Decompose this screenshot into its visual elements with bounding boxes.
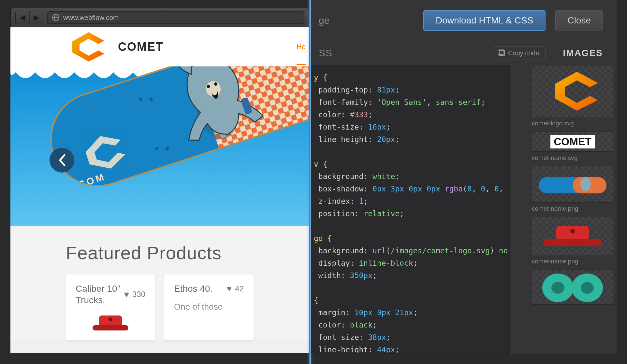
product-title: Caliber 10" Trucks. xyxy=(76,283,121,306)
image-caption: comet-name.png xyxy=(532,205,613,212)
copy-icon xyxy=(499,50,505,56)
browser-chrome: ◀ ▶ www.webflow.com xyxy=(10,8,309,27)
product-desc: One of those xyxy=(174,301,244,313)
comet-logo-icon xyxy=(547,72,599,111)
image-thumbnail[interactable] xyxy=(532,65,613,117)
image-thumbnail[interactable] xyxy=(532,270,613,305)
chevron-left-icon xyxy=(57,154,66,167)
image-caption: comet-logo.svg xyxy=(532,120,613,127)
likes[interactable]: ♥ 330 xyxy=(124,283,145,306)
image-caption: comet-name.svg xyxy=(532,154,613,161)
image-thumbnail[interactable] xyxy=(532,166,613,203)
svg-point-9 xyxy=(580,177,591,191)
images-heading: IMAGES xyxy=(563,48,603,58)
svg-rect-11 xyxy=(543,239,602,246)
forward-button[interactable]: ▶ xyxy=(29,11,43,24)
globe-icon xyxy=(52,14,59,21)
product-image xyxy=(76,312,145,332)
truck-thumb-icon xyxy=(540,221,605,251)
url-text: www.webflow.com xyxy=(63,14,119,21)
like-count: 330 xyxy=(132,290,145,299)
heart-icon: ♥ xyxy=(227,284,232,294)
carousel-prev-button[interactable] xyxy=(50,148,74,173)
image-thumbnail[interactable] xyxy=(532,217,613,255)
product-title: Ethos 40. xyxy=(174,283,212,294)
skateboard-image: COM xyxy=(38,66,309,226)
site-header: COMET Ho xyxy=(10,27,309,66)
product-card[interactable]: Caliber 10" Trucks. ♥ 330 xyxy=(66,274,155,340)
close-button[interactable]: Close xyxy=(555,10,603,31)
featured-heading: Featured Products xyxy=(66,242,254,263)
featured-section: Featured Products Caliber 10" Trucks. ♥ … xyxy=(10,226,309,340)
nav-home[interactable]: Ho xyxy=(297,29,306,65)
css-code-block[interactable]: y { padding-top: 81px; font-family: 'Ope… xyxy=(311,65,510,354)
download-button[interactable]: Download HTML & CSS xyxy=(423,10,546,31)
page-tab-label: ge xyxy=(319,15,329,26)
panel-header: ge Download HTML & CSS Close xyxy=(311,0,617,41)
brand-name: COMET xyxy=(118,40,164,54)
image-caption: comet-name.png xyxy=(532,258,613,265)
wheels-thumb-icon xyxy=(538,272,607,303)
images-list: comet-logo.svg COMET comet-name.svg come… xyxy=(532,65,613,354)
css-tab-label: SS xyxy=(319,48,332,59)
copy-label: Copy code xyxy=(508,49,539,57)
website-preview: COMET Ho COM xyxy=(10,27,309,353)
product-card[interactable]: Ethos 40. ♥ 42 One of those xyxy=(164,274,254,340)
likes[interactable]: ♥ 42 xyxy=(227,283,244,294)
image-thumbnail[interactable]: COMET xyxy=(532,132,613,152)
svg-point-14 xyxy=(551,282,564,294)
copy-code-button[interactable]: Copy code xyxy=(493,46,546,60)
comet-name-icon: COMET xyxy=(550,135,595,148)
hero-carousel: COM xyxy=(10,66,309,226)
url-bar[interactable]: www.webflow.com xyxy=(47,11,304,24)
like-count: 42 xyxy=(235,284,244,293)
comet-logo-icon xyxy=(66,32,105,62)
panel-subheader: SS Copy code IMAGES xyxy=(311,41,617,65)
export-panel: ge Download HTML & CSS Close SS Copy cod… xyxy=(311,0,617,354)
svg-point-16 xyxy=(581,282,594,294)
svg-rect-5 xyxy=(93,325,128,330)
heart-icon: ♥ xyxy=(124,289,129,300)
svg-point-6 xyxy=(109,317,112,321)
svg-point-12 xyxy=(570,229,575,233)
nav-buttons: ◀ ▶ xyxy=(15,11,43,24)
back-button[interactable]: ◀ xyxy=(16,11,29,24)
deck-logo-icon xyxy=(75,129,129,177)
skateboard-thumb-icon xyxy=(537,171,608,197)
